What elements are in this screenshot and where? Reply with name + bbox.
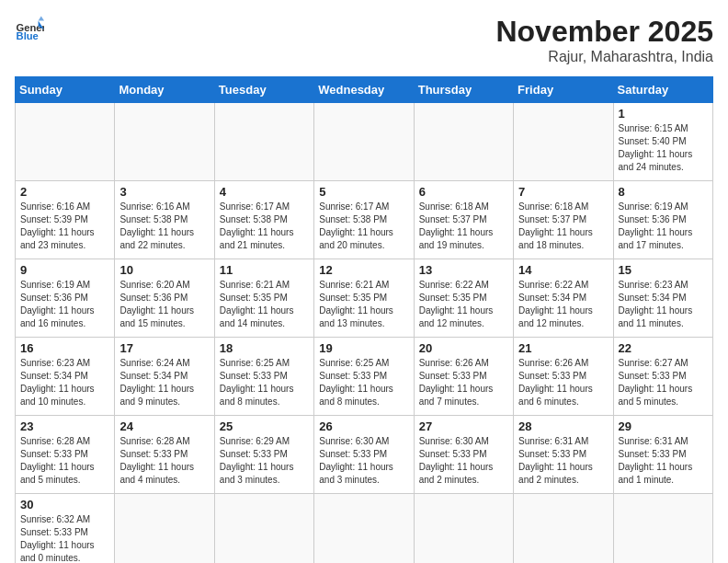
day-info: Sunrise: 6:31 AMSunset: 5:33 PMDaylight:… xyxy=(619,435,708,487)
day-number: 4 xyxy=(220,185,309,199)
day-cell-7: 7Sunrise: 6:18 AMSunset: 5:37 PMDaylight… xyxy=(514,181,613,259)
day-info: Sunrise: 6:25 AMSunset: 5:33 PMDaylight:… xyxy=(319,357,408,408)
day-number: 16 xyxy=(20,341,109,355)
header-saturday: Saturday xyxy=(613,77,712,103)
day-cell-2: 2Sunrise: 6:16 AMSunset: 5:39 PMDaylight… xyxy=(16,181,115,259)
day-info: Sunrise: 6:15 AMSunset: 5:40 PMDaylight:… xyxy=(619,122,708,174)
empty-cell xyxy=(214,494,313,564)
header-tuesday: Tuesday xyxy=(214,77,313,103)
empty-cell xyxy=(613,494,712,564)
header-sunday: Sunday xyxy=(16,77,115,103)
day-info: Sunrise: 6:27 AMSunset: 5:33 PMDaylight:… xyxy=(619,357,708,408)
day-number: 13 xyxy=(419,263,508,277)
day-cell-18: 18Sunrise: 6:25 AMSunset: 5:33 PMDayligh… xyxy=(214,338,313,416)
day-info: Sunrise: 6:23 AMSunset: 5:34 PMDaylight:… xyxy=(20,357,109,408)
day-info: Sunrise: 6:28 AMSunset: 5:33 PMDaylight:… xyxy=(20,435,109,487)
day-info: Sunrise: 6:19 AMSunset: 5:36 PMDaylight:… xyxy=(20,279,109,330)
day-info: Sunrise: 6:28 AMSunset: 5:33 PMDaylight:… xyxy=(119,435,209,487)
empty-cell xyxy=(514,494,613,564)
day-info: Sunrise: 6:24 AMSunset: 5:34 PMDaylight:… xyxy=(119,357,209,408)
day-info: Sunrise: 6:21 AMSunset: 5:35 PMDaylight:… xyxy=(220,279,309,330)
calendar-row: 2Sunrise: 6:16 AMSunset: 5:39 PMDaylight… xyxy=(16,181,713,259)
day-cell-21: 21Sunrise: 6:26 AMSunset: 5:33 PMDayligh… xyxy=(514,338,613,416)
day-info: Sunrise: 6:23 AMSunset: 5:34 PMDaylight:… xyxy=(619,279,708,330)
day-cell-26: 26Sunrise: 6:30 AMSunset: 5:33 PMDayligh… xyxy=(314,416,414,494)
day-number: 29 xyxy=(619,419,708,433)
header-monday: Monday xyxy=(115,77,214,103)
day-number: 21 xyxy=(518,341,608,355)
day-cell-13: 13Sunrise: 6:22 AMSunset: 5:35 PMDayligh… xyxy=(414,259,513,338)
day-cell-11: 11Sunrise: 6:21 AMSunset: 5:35 PMDayligh… xyxy=(214,259,313,338)
day-info: Sunrise: 6:30 AMSunset: 5:33 PMDaylight:… xyxy=(419,435,508,487)
location: Rajur, Maharashtra, India xyxy=(495,49,713,65)
calendar-row: 30Sunrise: 6:32 AMSunset: 5:33 PMDayligh… xyxy=(16,494,713,564)
day-number: 12 xyxy=(319,263,408,277)
header-wednesday: Wednesday xyxy=(314,77,414,103)
day-cell-16: 16Sunrise: 6:23 AMSunset: 5:34 PMDayligh… xyxy=(16,338,115,416)
header-friday: Friday xyxy=(514,77,613,103)
day-info: Sunrise: 6:22 AMSunset: 5:34 PMDaylight:… xyxy=(518,279,608,330)
weekday-header-row: Sunday Monday Tuesday Wednesday Thursday… xyxy=(16,77,713,103)
day-info: Sunrise: 6:20 AMSunset: 5:36 PMDaylight:… xyxy=(119,279,209,330)
day-number: 1 xyxy=(619,107,708,121)
day-info: Sunrise: 6:16 AMSunset: 5:38 PMDaylight:… xyxy=(119,201,209,252)
day-number: 6 xyxy=(419,185,508,199)
day-number: 27 xyxy=(419,419,508,433)
empty-cell xyxy=(115,494,214,564)
day-number: 3 xyxy=(119,185,209,199)
day-number: 11 xyxy=(220,263,309,277)
day-number: 8 xyxy=(619,185,708,199)
day-info: Sunrise: 6:30 AMSunset: 5:33 PMDaylight:… xyxy=(319,435,408,487)
day-info: Sunrise: 6:29 AMSunset: 5:33 PMDaylight:… xyxy=(220,435,309,487)
empty-cell xyxy=(414,494,513,564)
day-number: 15 xyxy=(619,263,708,277)
day-number: 20 xyxy=(419,341,508,355)
day-number: 17 xyxy=(119,341,209,355)
day-info: Sunrise: 6:19 AMSunset: 5:36 PMDaylight:… xyxy=(619,201,708,252)
day-cell-15: 15Sunrise: 6:23 AMSunset: 5:34 PMDayligh… xyxy=(613,259,712,338)
day-number: 10 xyxy=(119,263,209,277)
empty-cell xyxy=(414,103,513,181)
day-cell-22: 22Sunrise: 6:27 AMSunset: 5:33 PMDayligh… xyxy=(613,338,712,416)
title-block: November 2025 Rajur, Maharashtra, India xyxy=(495,15,713,65)
day-cell-8: 8Sunrise: 6:19 AMSunset: 5:36 PMDaylight… xyxy=(613,181,712,259)
day-info: Sunrise: 6:17 AMSunset: 5:38 PMDaylight:… xyxy=(220,201,309,252)
calendar-row: 9Sunrise: 6:19 AMSunset: 5:36 PMDaylight… xyxy=(16,259,713,338)
page-header: General Blue November 2025 Rajur, Mahara… xyxy=(15,15,713,65)
empty-cell xyxy=(314,103,414,181)
day-number: 14 xyxy=(518,263,608,277)
day-cell-29: 29Sunrise: 6:31 AMSunset: 5:33 PMDayligh… xyxy=(613,416,712,494)
day-cell-20: 20Sunrise: 6:26 AMSunset: 5:33 PMDayligh… xyxy=(414,338,513,416)
calendar-row: 16Sunrise: 6:23 AMSunset: 5:34 PMDayligh… xyxy=(16,338,713,416)
header-thursday: Thursday xyxy=(414,77,513,103)
day-number: 22 xyxy=(619,341,708,355)
day-cell-12: 12Sunrise: 6:21 AMSunset: 5:35 PMDayligh… xyxy=(314,259,414,338)
empty-cell xyxy=(16,103,115,181)
day-number: 9 xyxy=(20,263,109,277)
day-cell-9: 9Sunrise: 6:19 AMSunset: 5:36 PMDaylight… xyxy=(16,259,115,338)
day-cell-19: 19Sunrise: 6:25 AMSunset: 5:33 PMDayligh… xyxy=(314,338,414,416)
day-cell-28: 28Sunrise: 6:31 AMSunset: 5:33 PMDayligh… xyxy=(514,416,613,494)
day-info: Sunrise: 6:21 AMSunset: 5:35 PMDaylight:… xyxy=(319,279,408,330)
day-cell-3: 3Sunrise: 6:16 AMSunset: 5:38 PMDaylight… xyxy=(115,181,214,259)
day-number: 19 xyxy=(319,341,408,355)
empty-cell xyxy=(514,103,613,181)
day-info: Sunrise: 6:25 AMSunset: 5:33 PMDaylight:… xyxy=(220,357,309,408)
svg-marker-3 xyxy=(39,17,44,21)
day-cell-5: 5Sunrise: 6:17 AMSunset: 5:38 PMDaylight… xyxy=(314,181,414,259)
day-number: 30 xyxy=(20,498,109,511)
day-info: Sunrise: 6:22 AMSunset: 5:35 PMDaylight:… xyxy=(419,279,508,330)
day-cell-4: 4Sunrise: 6:17 AMSunset: 5:38 PMDaylight… xyxy=(214,181,313,259)
day-info: Sunrise: 6:16 AMSunset: 5:39 PMDaylight:… xyxy=(20,201,109,252)
calendar-row: 1Sunrise: 6:15 AMSunset: 5:40 PMDaylight… xyxy=(16,103,713,181)
empty-cell xyxy=(115,103,214,181)
day-number: 5 xyxy=(319,185,408,199)
logo-icon: General Blue xyxy=(15,15,44,44)
day-number: 18 xyxy=(220,341,309,355)
day-cell-25: 25Sunrise: 6:29 AMSunset: 5:33 PMDayligh… xyxy=(214,416,313,494)
day-info: Sunrise: 6:31 AMSunset: 5:33 PMDaylight:… xyxy=(518,435,608,487)
calendar-table: Sunday Monday Tuesday Wednesday Thursday… xyxy=(15,76,713,563)
logo: General Blue xyxy=(15,15,44,44)
day-number: 24 xyxy=(119,419,209,433)
month-title: November 2025 xyxy=(495,15,713,49)
